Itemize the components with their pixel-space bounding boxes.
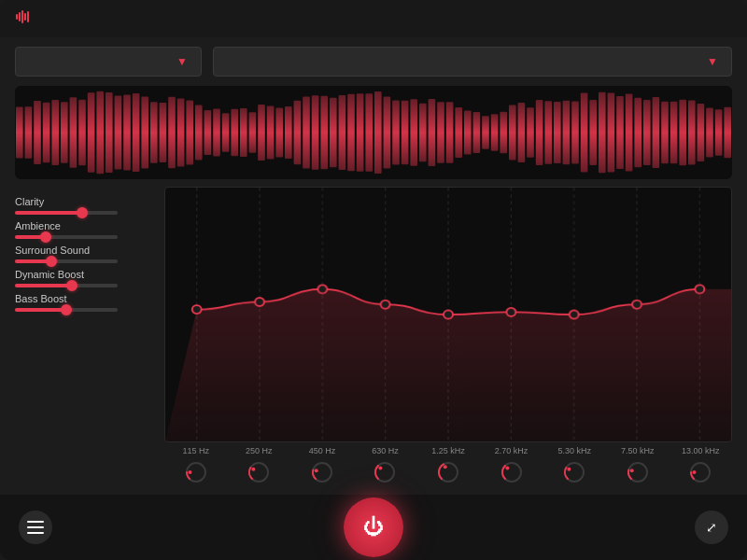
freq-label: 13.00 kHz [669,446,733,455]
slider-row-clarity: Clarity [15,196,164,215]
freq-label: 450 Hz [290,446,354,455]
knob-container-6 [543,459,606,485]
menu-button[interactable] [19,511,52,544]
freq-labels-row: 115 Hz250 Hz450 Hz630 Hz1.25 kHz2.70 kHz… [164,442,732,457]
slider-track[interactable] [15,308,118,312]
slider-thumb[interactable] [61,304,72,315]
waveform-display [15,86,732,179]
knob-container-4 [416,459,480,485]
slider-label: Bass Boost [15,293,164,304]
slider-label: Surround Sound [15,245,164,256]
knob-svg[interactable] [435,459,461,485]
knob-container-3 [354,459,417,485]
device-dropdown[interactable]: ▼ [213,47,732,77]
slider-fill [15,308,66,312]
slider-row-surround-sound: Surround Sound [15,245,164,263]
expand-button[interactable]: ⤢ [695,511,728,544]
menu-icon [27,521,44,534]
knob-container-0 [164,459,228,485]
freq-label: 1.25 kHz [416,446,480,455]
device-dropdown-arrow: ▼ [707,55,718,68]
slider-thumb[interactable] [40,231,51,243]
svg-point-16 [505,466,509,469]
knob-svg[interactable] [372,459,398,485]
slider-track[interactable] [15,211,118,215]
eq-panel: 115 Hz250 Hz450 Hz630 Hz1.25 kHz2.70 kHz… [164,187,732,487]
slider-track[interactable] [15,284,118,287]
svg-rect-1 [19,12,21,21]
preset-dropdown[interactable]: ▼ [15,47,202,77]
svg-rect-2 [21,10,23,23]
knob-svg[interactable] [246,459,272,485]
freq-label: 115 Hz [164,446,228,455]
logo-area [15,8,37,29]
svg-point-14 [444,465,447,469]
knob-svg[interactable] [183,459,209,485]
main-content: Clarity Ambience Surround Sound Dynamic … [0,179,747,495]
slider-fill [15,211,82,215]
knob-svg[interactable] [561,459,587,485]
bottom-bar: ⏻ ⤢ [0,495,747,560]
knob-container-5 [480,459,543,485]
knob-container-1 [228,459,291,485]
freq-label: 630 Hz [354,446,417,455]
svg-point-6 [188,470,191,474]
slider-row-dynamic-boost: Dynamic Boost [15,269,164,287]
freq-label: 2.70 kHz [480,446,543,455]
svg-rect-3 [24,13,26,21]
freq-label: 5.30 kHz [543,446,606,455]
svg-rect-4 [27,11,29,22]
slider-label: Clarity [15,196,164,207]
slider-track[interactable] [15,259,118,263]
knob-container-7 [606,459,669,485]
svg-point-18 [568,468,571,471]
knob-svg[interactable] [625,459,651,485]
slider-track[interactable] [15,235,118,239]
slider-thumb[interactable] [46,256,57,267]
svg-point-8 [252,468,256,471]
freq-label: 7.50 kHz [606,446,669,455]
preset-dropdown-arrow: ▼ [176,55,188,68]
sliders-panel: Clarity Ambience Surround Sound Dynamic … [15,187,164,487]
knob-svg[interactable] [687,459,713,485]
eq-knobs-row [164,457,732,487]
slider-row-ambience: Ambience [15,220,164,239]
power-button[interactable]: ⏻ [344,497,403,557]
knob-container-2 [290,459,354,485]
slider-label: Ambience [15,220,164,231]
slider-thumb[interactable] [66,280,78,291]
slider-label: Dynamic Boost [15,269,164,280]
knob-svg[interactable] [499,459,525,485]
eq-graph [164,187,732,442]
svg-point-22 [693,470,697,474]
knob-container-8 [669,459,733,485]
waveform-canvas [15,86,732,179]
slider-thumb[interactable] [77,207,88,218]
power-icon: ⏻ [363,517,384,538]
freq-label: 250 Hz [228,446,291,455]
eq-canvas [165,188,731,441]
logo-icon [15,8,32,29]
expand-icon: ⤢ [706,520,717,535]
svg-point-20 [629,469,633,472]
dropdowns-row: ▼ ▼ [0,37,747,86]
knob-svg[interactable] [309,459,335,485]
svg-point-10 [315,469,318,472]
slider-fill [15,284,72,287]
svg-point-12 [379,466,383,469]
slider-row-bass-boost: Bass Boost [15,293,164,312]
svg-rect-0 [16,14,18,20]
title-bar [0,0,747,37]
app-window: ▼ ▼ Clarity Ambience Surround Sound [0,0,747,560]
